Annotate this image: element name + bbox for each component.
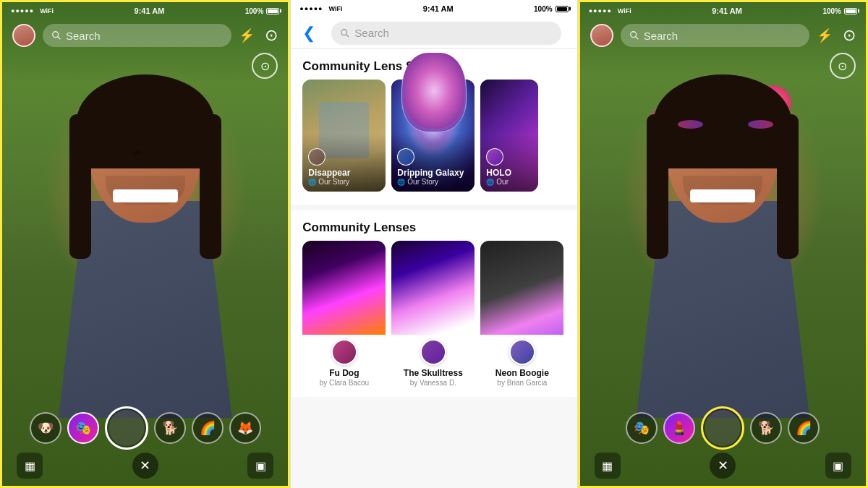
right-status-bar: ●●●●● WiFi 9:41 AM 100%	[580, 2, 866, 20]
avatar-img	[14, 25, 34, 46]
right-lens-2[interactable]: 💄	[663, 412, 695, 444]
middle-battery-pct: 100%	[534, 5, 553, 13]
lens-card-fudog[interactable]: Fu Dog by Clara Bacou	[302, 241, 386, 391]
lenses-section-title: Community Lenses	[291, 210, 576, 241]
lenses-grid: Fu Dog by Clara Bacou The Skulltress by …	[291, 241, 576, 391]
right-lens-1[interactable]: 🎭	[626, 412, 658, 444]
globe-icon-2	[397, 178, 405, 186]
skulltress-avatar-img	[422, 341, 445, 364]
right-search-bar[interactable]: Search	[621, 24, 809, 47]
story-card-holo[interactable]: HOLO Our	[480, 80, 538, 192]
lens-card-skulltress[interactable]: The Skulltress by Vanessa D.	[391, 241, 475, 391]
right-gallery-btn[interactable]: ▦	[595, 453, 621, 479]
right-capture-inner	[705, 410, 741, 446]
right-battery: 100%	[822, 7, 857, 15]
middle-search-icon	[340, 28, 350, 38]
neonboogie-avatar-row	[480, 335, 563, 367]
camera-flip-icon[interactable]: ⊙	[265, 26, 278, 45]
teeth	[113, 189, 178, 202]
right-flash-icon[interactable]: ⚡	[817, 27, 833, 43]
woman-figure-right	[580, 42, 866, 428]
search-icon	[51, 30, 61, 40]
lens-card-neonboogie[interactable]: Neon Boogie by Brian Garcia	[480, 241, 563, 391]
holo-overlay: HOLO Our	[480, 134, 538, 192]
disappear-avatar	[308, 148, 326, 166]
neonboogie-name: Neon Boogie	[480, 367, 563, 379]
galaxy-avatar-img	[398, 149, 414, 165]
bottom-action-bar-left: ▦ ✕ ▣	[2, 453, 288, 479]
skulltress-avatar-row	[391, 335, 475, 367]
right-close-btn[interactable]: ✕	[710, 453, 736, 479]
middle-search-placeholder: Search	[354, 27, 389, 39]
lens-thumb-3[interactable]: 🐕	[154, 412, 186, 444]
lens-row-right: 🎭 💄 🐕 🌈	[580, 406, 866, 450]
skulltress-name: The Skulltress	[391, 367, 475, 379]
battery-pct: 100%	[245, 7, 264, 15]
middle-status-bar: ●●●●● WiFi 9:41 AM 100%	[291, 0, 576, 17]
right-wifi: WiFi	[618, 7, 631, 14]
svg-point-0	[53, 32, 59, 38]
holo-avatar-img	[487, 149, 503, 165]
left-phone-panel: ●●●●● WiFi 9:41 AM 100% Search ⚡ ⊙ ⊙	[0, 0, 290, 488]
capture-inner	[109, 410, 145, 446]
bottom-action-bar-right: ▦ ✕ ▣	[580, 453, 866, 479]
gallery-btn[interactable]: ▦	[17, 453, 43, 479]
fudog-name: Fu Dog	[302, 367, 386, 379]
svg-line-3	[346, 34, 349, 37]
close-btn-left[interactable]: ✕	[132, 453, 158, 479]
middle-battery: 100%	[534, 5, 569, 13]
lens-thumb-5[interactable]: 🦊	[229, 412, 261, 444]
right-battery-icon	[844, 8, 857, 14]
right-lens-active[interactable]	[701, 406, 744, 450]
right-battery-fill	[846, 9, 856, 13]
middle-battery-icon	[556, 6, 569, 12]
right-user-avatar[interactable]	[590, 24, 613, 47]
skulltress-by: by Vanessa D.	[391, 379, 475, 391]
wifi-icon: WiFi	[40, 7, 54, 14]
status-time: 9:41 AM	[135, 7, 165, 15]
disappear-title: Disappear	[308, 168, 380, 178]
story-card-disappear[interactable]: Disappear Our Story	[302, 80, 386, 192]
svg-line-1	[58, 37, 61, 40]
middle-search-bar[interactable]: Search	[331, 22, 561, 45]
galaxy-avatar	[397, 148, 414, 166]
lens-thumb-1[interactable]: 🐶	[30, 412, 61, 444]
fudog-avatar-img	[333, 341, 356, 364]
svg-point-4	[630, 32, 636, 38]
disappear-sub: Our Story	[308, 178, 380, 186]
right-lens-4[interactable]: 🌈	[788, 412, 820, 444]
disappear-avatar-img	[309, 149, 325, 165]
top-icons: ⚡ ⊙	[239, 26, 278, 45]
timer-icon-area[interactable]: ⊙	[252, 53, 278, 79]
lens-row-left: 🐶 🎭 🐕 🌈 🦊	[2, 406, 288, 450]
signal-dots: ●●●●●	[11, 7, 34, 14]
status-signal: ●●●●● WiFi	[11, 7, 54, 14]
right-timer-area[interactable]: ⊙	[830, 53, 856, 79]
right-switch-btn[interactable]: ▣	[825, 453, 851, 479]
right-signal-dots: ●●●●●	[589, 7, 612, 14]
fudog-by: by Clara Bacou	[302, 379, 386, 391]
lens-thumb-2[interactable]: 🎭	[67, 412, 99, 444]
left-status-bar: ●●●●● WiFi 9:41 AM 100%	[2, 2, 288, 20]
search-bar[interactable]: Search	[43, 24, 231, 47]
middle-signal-dots: ●●●●●	[299, 5, 323, 12]
right-camera-icon[interactable]: ⊙	[843, 26, 856, 45]
right-lens-3[interactable]: 🐕	[750, 412, 782, 444]
right-search-icon	[629, 30, 639, 40]
flash-icon[interactable]: ⚡	[239, 27, 255, 43]
skulltress-img	[391, 241, 475, 335]
lens-thumb-capture[interactable]	[105, 406, 148, 450]
switch-camera-btn[interactable]: ▣	[247, 453, 273, 479]
right-signal: ●●●●● WiFi	[589, 7, 631, 14]
left-top-bar: Search ⚡ ⊙	[2, 20, 288, 51]
right-search-placeholder: Search	[644, 30, 678, 42]
back-button[interactable]: ❮	[299, 21, 318, 46]
holo-sub-text: Our	[496, 178, 509, 186]
galaxy-title: Dripping Galaxy	[397, 168, 469, 178]
lens-thumb-4[interactable]: 🌈	[192, 412, 224, 444]
right-top-icons: ⚡ ⊙	[817, 26, 856, 45]
holo-sub: Our	[486, 178, 532, 186]
timer-icon: ⊙	[252, 53, 278, 79]
user-avatar[interactable]	[12, 24, 35, 47]
disappear-overlay: Disappear Our Story	[302, 134, 386, 192]
